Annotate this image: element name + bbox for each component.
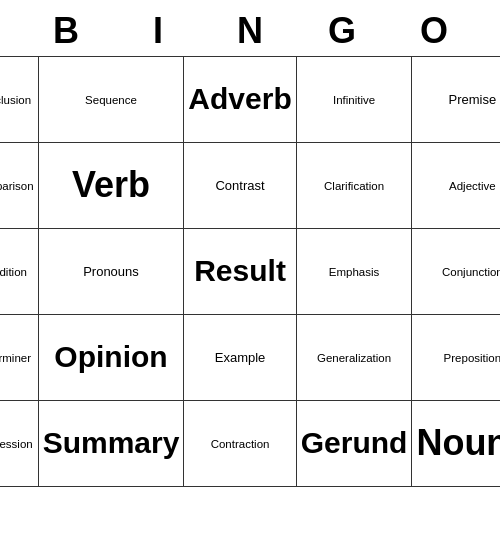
- cell-text-0-3: Infinitive: [333, 94, 375, 106]
- cell-text-4-0: Concession: [0, 438, 33, 450]
- grid-cell-3-3: Generalization: [296, 314, 412, 400]
- cell-text-0-1: Sequence: [85, 94, 137, 106]
- cell-text-4-4: Nouns: [416, 422, 500, 463]
- grid-cell-2-4: Conjunction: [412, 228, 500, 314]
- cell-text-2-1: Pronouns: [83, 264, 139, 279]
- grid-cell-1-3: Clarification: [296, 142, 412, 228]
- cell-text-1-4: Adjective: [449, 180, 496, 192]
- grid-cell-0-0: Conclusion: [0, 56, 38, 142]
- cell-text-1-1: Verb: [72, 164, 150, 205]
- cell-text-1-0: Comparison: [0, 180, 34, 192]
- cell-text-1-2: Contrast: [215, 178, 264, 193]
- cell-text-2-0: Condition: [0, 266, 27, 278]
- grid-cell-0-1: Sequence: [38, 56, 184, 142]
- header-letter-b: B: [20, 10, 112, 52]
- cell-text-4-2: Contraction: [211, 438, 270, 450]
- grid-cell-2-0: Condition: [0, 228, 38, 314]
- grid-cell-4-2: Contraction: [184, 400, 296, 486]
- bingo-header: BINGO: [20, 10, 480, 52]
- header-letter-n: N: [204, 10, 296, 52]
- grid-cell-4-3: Gerund: [296, 400, 412, 486]
- grid-cell-4-1: Summary: [38, 400, 184, 486]
- grid-row-3: DeterminerOpinionExampleGeneralizationPr…: [0, 314, 500, 400]
- cell-text-0-4: Premise: [449, 92, 497, 107]
- grid-row-1: ComparisonVerbContrastClarificationAdjec…: [0, 142, 500, 228]
- grid-cell-1-2: Contrast: [184, 142, 296, 228]
- header-letter-i: I: [112, 10, 204, 52]
- cell-text-2-3: Emphasis: [329, 266, 380, 278]
- grid-cell-3-4: Preposition: [412, 314, 500, 400]
- cell-text-3-4: Preposition: [444, 352, 500, 364]
- grid-cell-1-4: Adjective: [412, 142, 500, 228]
- cell-text-4-1: Summary: [43, 426, 180, 459]
- grid-row-2: ConditionPronounsResultEmphasisConjuncti…: [0, 228, 500, 314]
- bingo-grid: ConclusionSequenceAdverbInfinitivePremis…: [0, 56, 500, 487]
- grid-cell-2-3: Emphasis: [296, 228, 412, 314]
- grid-cell-0-3: Infinitive: [296, 56, 412, 142]
- grid-row-4: ConcessionSummaryContractionGerundNouns: [0, 400, 500, 486]
- grid-cell-3-1: Opinion: [38, 314, 184, 400]
- grid-cell-2-2: Result: [184, 228, 296, 314]
- cell-text-3-1: Opinion: [54, 340, 167, 373]
- cell-text-0-0: Conclusion: [0, 94, 31, 106]
- header-letter-o: O: [388, 10, 480, 52]
- grid-cell-1-1: Verb: [38, 142, 184, 228]
- grid-cell-3-2: Example: [184, 314, 296, 400]
- grid-cell-4-0: Concession: [0, 400, 38, 486]
- grid-cell-3-0: Determiner: [0, 314, 38, 400]
- grid-cell-4-4: Nouns: [412, 400, 500, 486]
- cell-text-0-2: Adverb: [188, 82, 291, 115]
- grid-row-0: ConclusionSequenceAdverbInfinitivePremis…: [0, 56, 500, 142]
- cell-text-3-0: Determiner: [0, 352, 31, 364]
- cell-text-3-3: Generalization: [317, 352, 391, 364]
- cell-text-2-2: Result: [194, 254, 286, 287]
- grid-cell-0-2: Adverb: [184, 56, 296, 142]
- header-letter-g: G: [296, 10, 388, 52]
- cell-text-1-3: Clarification: [324, 180, 384, 192]
- cell-text-2-4: Conjunction: [442, 266, 500, 278]
- grid-cell-0-4: Premise: [412, 56, 500, 142]
- cell-text-3-2: Example: [215, 350, 266, 365]
- grid-cell-1-0: Comparison: [0, 142, 38, 228]
- cell-text-4-3: Gerund: [301, 426, 408, 459]
- grid-cell-2-1: Pronouns: [38, 228, 184, 314]
